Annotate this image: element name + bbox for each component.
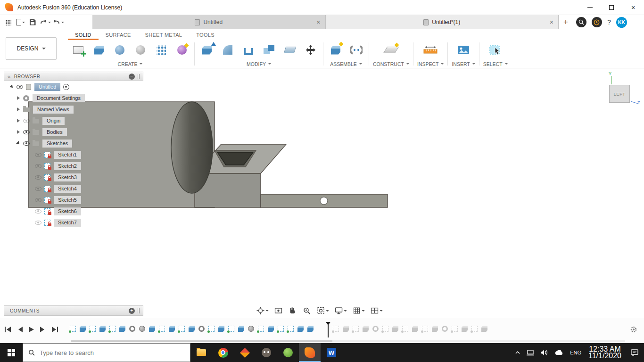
visibility-eye-icon[interactable]: [35, 198, 41, 202]
visibility-eye-icon[interactable]: [35, 153, 41, 157]
browser-item-bodies[interactable]: Bodies: [4, 126, 143, 138]
timeline-sketch-feature[interactable]: [90, 326, 96, 332]
sphere-button[interactable]: [132, 41, 149, 58]
taskbar-fusion-360[interactable]: [299, 343, 321, 362]
timeline-sketch-feature-rolled-back[interactable]: [452, 326, 458, 332]
tab-surface[interactable]: SURFACE: [99, 29, 138, 40]
sketch-label[interactable]: Sketch6: [54, 207, 81, 215]
insert-group-dropdown[interactable]: INSERT: [452, 60, 475, 68]
timeline-extrude-feature[interactable]: [218, 326, 224, 332]
taskbar-chrome[interactable]: [212, 343, 234, 362]
tab-tools[interactable]: TOOLS: [189, 29, 222, 40]
step-back-button[interactable]: [17, 327, 23, 332]
item-label[interactable]: Origin: [42, 117, 65, 125]
browser-root-row[interactable]: Untitled: [4, 81, 143, 92]
browser-sketch-row[interactable]: Sketch3: [4, 172, 143, 183]
timeline-sketch-feature-rolled-back[interactable]: [471, 326, 478, 332]
browser-sketch-row[interactable]: Sketch6: [4, 206, 143, 217]
go-to-end-button[interactable]: [51, 327, 58, 332]
taskbar-word[interactable]: W: [321, 343, 342, 362]
expand-triangle-icon[interactable]: [17, 96, 20, 100]
expand-triangle-icon[interactable]: [9, 84, 14, 89]
pan-button[interactable]: [287, 305, 298, 316]
workspace-switcher[interactable]: DESIGN: [6, 37, 57, 60]
assemble-group-dropdown[interactable]: ASSEMBLE: [330, 60, 362, 68]
timeline-hole-feature-rolled-back[interactable]: [442, 326, 448, 332]
timeline-sketch-feature[interactable]: [179, 326, 185, 332]
activate-component-icon[interactable]: [63, 84, 69, 90]
tray-onedrive-button[interactable]: [552, 343, 567, 362]
select-button[interactable]: [487, 41, 504, 58]
timeline-hole-feature-rolled-back[interactable]: [372, 326, 379, 332]
sketch-label[interactable]: Sketch4: [54, 185, 81, 193]
timeline-extrude-feature-rolled-back[interactable]: [432, 326, 438, 332]
timeline-hole-feature[interactable]: [198, 326, 205, 332]
timeline-sketch-feature[interactable]: [288, 326, 294, 332]
tab-solid[interactable]: SOLID: [68, 29, 99, 40]
timeline-sketch-feature-rolled-back[interactable]: [333, 326, 339, 332]
file-menu-button[interactable]: [15, 16, 25, 28]
timeline-sketch-feature[interactable]: [278, 326, 284, 332]
insert-canvas-button[interactable]: [455, 41, 472, 58]
press-pull-button[interactable]: [198, 41, 215, 58]
app-grid-button[interactable]: [3, 16, 13, 28]
timeline-settings-button[interactable]: [630, 326, 637, 335]
joint-button[interactable]: [348, 41, 365, 58]
tab-close-button[interactable]: ×: [550, 15, 553, 29]
expand-triangle-icon[interactable]: [16, 141, 21, 146]
item-label[interactable]: Document Settings: [33, 94, 85, 102]
timeline-revolve-feature[interactable]: [248, 326, 254, 332]
visibility-eye-icon[interactable]: [35, 164, 41, 168]
browser-item-document-settings[interactable]: Document Settings: [4, 92, 143, 104]
timeline-extrude-feature-rolled-back[interactable]: [392, 326, 398, 332]
item-label[interactable]: Named Views: [33, 106, 74, 114]
timeline-extrude-feature-rolled-back[interactable]: [462, 326, 468, 332]
model-viewport[interactable]: Y LEFT Z « BROWSER − Untitled: [0, 68, 644, 318]
tab-sheet-metal[interactable]: SHEET METAL: [138, 29, 190, 40]
browser-sketch-row[interactable]: Sketch7: [4, 217, 143, 228]
timeline-extrude-feature[interactable]: [268, 326, 274, 332]
timeline-sketch-feature[interactable]: [159, 326, 165, 332]
timeline-sketch-feature[interactable]: [228, 326, 234, 332]
minimize-button[interactable]: [579, 0, 601, 15]
timeline-sketch-feature[interactable]: [109, 326, 116, 332]
timeline-sketch-feature-rolled-back[interactable]: [422, 326, 428, 332]
timeline-extrude-feature[interactable]: [169, 326, 175, 332]
browser-sketch-row[interactable]: Sketch2: [4, 160, 143, 172]
collapse-panel-icon[interactable]: «: [8, 74, 11, 79]
item-label[interactable]: Bodies: [42, 128, 67, 136]
timeline-revolve-feature[interactable]: [139, 326, 145, 332]
visibility-eye-icon[interactable]: [17, 85, 23, 89]
zoom-button[interactable]: [301, 305, 313, 316]
combine-button[interactable]: [261, 41, 278, 58]
new-component-button[interactable]: [327, 41, 344, 58]
redo-button[interactable]: [53, 16, 64, 28]
construct-plane-button[interactable]: [382, 41, 399, 58]
construct-group-dropdown[interactable]: CONSTRUCT: [373, 60, 409, 68]
move-copy-button[interactable]: [302, 41, 319, 58]
expand-triangle-icon[interactable]: [17, 107, 20, 111]
tab-close-button[interactable]: ×: [316, 15, 320, 29]
primitive-box-button[interactable]: [91, 41, 107, 58]
create-group-dropdown[interactable]: CREATE: [118, 60, 143, 68]
shell-button[interactable]: [240, 41, 257, 58]
timeline-extrude-feature[interactable]: [189, 326, 195, 332]
tray-volume-button[interactable]: [537, 343, 552, 362]
timeline-sketch-feature[interactable]: [258, 326, 264, 332]
coil-button[interactable]: [173, 41, 190, 58]
help-button[interactable]: ?: [607, 18, 611, 26]
timeline-extrude-feature[interactable]: [238, 326, 244, 332]
taskbar-search[interactable]: [23, 343, 190, 362]
taskbar-app-diamond[interactable]: [234, 343, 256, 362]
browser-item-sketches[interactable]: Sketches: [4, 138, 143, 149]
item-label[interactable]: Sketches: [42, 140, 72, 148]
go-to-start-button[interactable]: [5, 327, 11, 332]
sketch-label[interactable]: Sketch5: [54, 196, 81, 204]
visibility-eye-icon[interactable]: [35, 209, 41, 214]
pattern-button[interactable]: [153, 41, 170, 58]
browser-item-named-views[interactable]: Named Views: [4, 104, 143, 115]
sketch-label[interactable]: Sketch2: [54, 162, 81, 170]
tray-display-button[interactable]: [523, 343, 537, 362]
action-center-button[interactable]: [625, 343, 644, 362]
visibility-eye-icon[interactable]: [35, 175, 41, 180]
